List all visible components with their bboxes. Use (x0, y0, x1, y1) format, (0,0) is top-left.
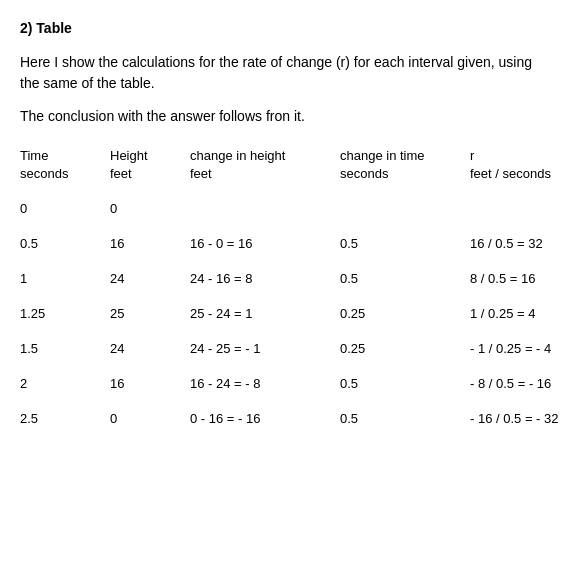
description-2: The conclusion with the answer follows f… (20, 106, 549, 127)
table-row: 1.25 25 25 - 24 = 1 0.25 1 / 0.25 = 4 (20, 296, 549, 331)
cell-time: 0.5 (20, 236, 110, 251)
table-body: 0 0 0.5 16 16 - 0 = 16 0.5 16 / 0.5 = 32… (20, 191, 549, 436)
cell-r: 8 / 0.5 = 16 (470, 271, 569, 286)
cell-height: 0 (110, 201, 190, 216)
cell-delta-h: 16 - 24 = - 8 (190, 376, 340, 391)
cell-delta-t: 0.25 (340, 341, 470, 356)
table-row: 2 16 16 - 24 = - 8 0.5 - 8 / 0.5 = - 16 (20, 366, 549, 401)
cell-time: 1.5 (20, 341, 110, 356)
cell-time: 2 (20, 376, 110, 391)
cell-time: 0 (20, 201, 110, 216)
header-r: r feet / seconds (470, 147, 569, 183)
cell-height: 0 (110, 411, 190, 426)
cell-height: 24 (110, 341, 190, 356)
cell-height: 24 (110, 271, 190, 286)
cell-r: - 1 / 0.25 = - 4 (470, 341, 569, 356)
cell-delta-h: 25 - 24 = 1 (190, 306, 340, 321)
cell-height: 16 (110, 236, 190, 251)
cell-height: 16 (110, 376, 190, 391)
cell-delta-h: 24 - 16 = 8 (190, 271, 340, 286)
cell-delta-t: 0.5 (340, 411, 470, 426)
header-delta-t: change in time seconds (340, 147, 470, 183)
table: Time seconds Height feet change in heigh… (20, 147, 549, 436)
cell-r: 1 / 0.25 = 4 (470, 306, 569, 321)
cell-delta-h: 16 - 0 = 16 (190, 236, 340, 251)
cell-r: - 8 / 0.5 = - 16 (470, 376, 569, 391)
table-row: 1.5 24 24 - 25 = - 1 0.25 - 1 / 0.25 = -… (20, 331, 549, 366)
section-title: 2) Table (20, 20, 549, 36)
cell-delta-t: 0.25 (340, 306, 470, 321)
cell-delta-t: 0.5 (340, 236, 470, 251)
description-1: Here I show the calculations for the rat… (20, 52, 549, 94)
cell-time: 1 (20, 271, 110, 286)
cell-delta-h: 0 - 16 = - 16 (190, 411, 340, 426)
table-row: 0.5 16 16 - 0 = 16 0.5 16 / 0.5 = 32 (20, 226, 549, 261)
header-height: Height feet (110, 147, 190, 183)
cell-delta-t: 0.5 (340, 376, 470, 391)
table-row: 1 24 24 - 16 = 8 0.5 8 / 0.5 = 16 (20, 261, 549, 296)
cell-r: 16 / 0.5 = 32 (470, 236, 569, 251)
cell-delta-t: 0.5 (340, 271, 470, 286)
cell-time: 1.25 (20, 306, 110, 321)
cell-delta-h: 24 - 25 = - 1 (190, 341, 340, 356)
table-header: Time seconds Height feet change in heigh… (20, 147, 549, 183)
cell-time: 2.5 (20, 411, 110, 426)
table-row: 2.5 0 0 - 16 = - 16 0.5 - 16 / 0.5 = - 3… (20, 401, 549, 436)
header-time: Time seconds (20, 147, 110, 183)
header-delta-h: change in height feet (190, 147, 340, 183)
table-row: 0 0 (20, 191, 549, 226)
cell-r: - 16 / 0.5 = - 32 (470, 411, 569, 426)
cell-height: 25 (110, 306, 190, 321)
